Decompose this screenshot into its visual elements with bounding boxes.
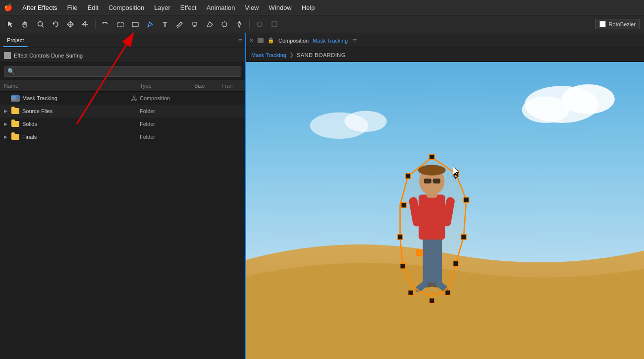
roto-bezier-checkbox[interactable] xyxy=(599,21,606,27)
menu-effect[interactable]: Effect xyxy=(176,3,201,12)
comp-icon xyxy=(11,95,20,102)
svg-point-16 xyxy=(133,96,135,98)
item-finals-name: Finals xyxy=(22,134,131,140)
svg-point-24 xyxy=(562,84,615,114)
hand-tool-btn[interactable] xyxy=(19,17,33,31)
mask-rect-btn[interactable] xyxy=(113,17,127,31)
menu-window[interactable]: Window xyxy=(265,3,296,12)
item-solids-name: Solids xyxy=(22,121,131,127)
comp-tab-close[interactable]: ✕ xyxy=(249,37,254,44)
roto-brush-btn[interactable] xyxy=(217,17,231,31)
apple-logo-icon: 🍎 xyxy=(4,3,12,11)
svg-point-6 xyxy=(149,21,151,23)
roto-bezier-label: RotoBezier xyxy=(609,21,636,27)
right-panel: ✕ 🔒 Composition Mask Tracking ≡ Mask Tra… xyxy=(246,33,644,359)
move-tool-btn[interactable] xyxy=(78,17,92,31)
finals-folder-icon xyxy=(11,133,20,140)
svg-rect-53 xyxy=(401,202,407,208)
left-panel: Project ≡ Effect Controls Dune Surfing 🔍… xyxy=(0,33,246,359)
comp-viewport xyxy=(246,62,644,359)
menu-view[interactable]: View xyxy=(241,3,263,12)
tool-extra-2[interactable] xyxy=(268,17,281,31)
pen-tool-btn[interactable] xyxy=(143,17,157,31)
project-tab-label: Project xyxy=(7,37,24,43)
expand-finals-icon[interactable]: ▶ xyxy=(4,134,11,139)
svg-point-25 xyxy=(522,97,570,123)
svg-point-11 xyxy=(222,22,227,27)
item-network-icon xyxy=(131,95,140,102)
col-size-header: Size xyxy=(194,83,221,89)
stamp-tool-btn[interactable] xyxy=(188,17,202,31)
scene-svg xyxy=(246,62,644,359)
comp-tab-label: Composition xyxy=(278,38,309,44)
item-source-files-name: Source Files xyxy=(22,108,131,114)
comp-tab-name[interactable]: Mask Tracking xyxy=(313,38,348,44)
col-type-header: Type xyxy=(140,83,194,89)
comp-breadcrumb: Mask Tracking ❯ SAND BOARDING xyxy=(246,48,644,62)
col-fran-header: Fran xyxy=(221,83,241,89)
comp-tab-menu[interactable]: ≡ xyxy=(353,37,357,45)
expand-solids-icon[interactable]: ▶ xyxy=(4,121,11,126)
comp-tab-lock: 🔒 xyxy=(268,37,274,44)
pin-tool-btn[interactable] xyxy=(232,17,246,31)
menu-file[interactable]: File xyxy=(63,3,82,12)
shape-btn[interactable] xyxy=(128,17,142,31)
search-input-wrap[interactable]: 🔍 xyxy=(4,66,241,77)
search-bar: 🔍 xyxy=(0,63,245,80)
item-mask-tracking-name: Mask Tracking xyxy=(22,95,131,101)
menu-help[interactable]: Help xyxy=(298,3,319,12)
project-tab[interactable]: Project xyxy=(3,34,28,47)
rotate-tool-btn[interactable] xyxy=(49,17,62,31)
menu-composition[interactable]: Composition xyxy=(105,3,148,12)
project-item-source-files[interactable]: ▶ Source Files Folder xyxy=(0,105,245,118)
menu-edit[interactable]: Edit xyxy=(84,3,103,12)
menubar: 🍎 After Effects File Edit Composition La… xyxy=(0,0,644,15)
expand-source-icon[interactable]: ▶ xyxy=(4,109,11,114)
svg-point-0 xyxy=(38,21,43,26)
effect-controls-tab[interactable]: Effect Controls Dune Surfing xyxy=(0,48,245,63)
project-items-list: Mask Tracking Composition ▶ Source Files… xyxy=(0,92,245,359)
svg-rect-52 xyxy=(397,235,403,240)
menu-layer[interactable]: Layer xyxy=(150,3,174,12)
selection-tool-btn[interactable] xyxy=(4,17,18,31)
svg-rect-43 xyxy=(429,154,434,160)
search-icon: 🔍 xyxy=(7,68,15,75)
text-tool-btn[interactable]: T xyxy=(158,17,172,31)
panel-tabs: Project ≡ xyxy=(0,33,245,48)
item-solids-type: Folder xyxy=(140,121,194,127)
svg-rect-48 xyxy=(445,290,451,296)
eraser-tool-btn[interactable] xyxy=(203,17,216,31)
brush-tool-btn[interactable] xyxy=(173,17,187,31)
menu-after-effects[interactable]: After Effects xyxy=(18,3,61,12)
svg-rect-46 xyxy=(461,235,467,240)
svg-rect-54 xyxy=(405,174,411,179)
panel-menu-icon[interactable]: ≡ xyxy=(238,37,242,45)
svg-rect-49 xyxy=(429,298,434,303)
item-source-files-type: Folder xyxy=(140,108,194,114)
svg-marker-10 xyxy=(207,22,213,27)
undo-btn[interactable] xyxy=(99,17,112,31)
project-item-solids[interactable]: ▶ Solids Folder xyxy=(0,118,245,130)
svg-line-1 xyxy=(42,25,44,27)
project-item-finals[interactable]: ▶ Finals Folder xyxy=(0,130,245,143)
svg-rect-15 xyxy=(272,22,277,27)
comp-panel-tabs: ✕ 🔒 Composition Mask Tracking ≡ xyxy=(246,33,644,48)
comp-tab-icon xyxy=(258,38,264,43)
tool-extra-1[interactable] xyxy=(253,17,267,31)
project-item-mask-tracking[interactable]: Mask Tracking Composition xyxy=(0,92,245,105)
zoom-tool-btn[interactable] xyxy=(34,17,48,31)
svg-rect-4 xyxy=(117,22,123,27)
svg-marker-2 xyxy=(53,23,55,25)
svg-point-14 xyxy=(257,22,262,27)
toolbar: T RotoBezier xyxy=(0,15,644,33)
solids-folder-icon xyxy=(11,120,20,127)
roto-bezier-toggle[interactable]: RotoBezier xyxy=(595,19,640,29)
menu-animation[interactable]: Animation xyxy=(203,3,239,12)
breadcrumb-first[interactable]: Mask Tracking xyxy=(251,52,286,58)
project-column-headers: Name Type Size Fran xyxy=(0,80,245,92)
search-input[interactable] xyxy=(17,68,238,74)
col-name-header: Name xyxy=(4,83,131,89)
effect-controls-label: Effect Controls Dune Surfing xyxy=(14,53,83,59)
translate-tool-btn[interactable] xyxy=(63,17,77,31)
svg-point-13 xyxy=(239,22,240,23)
